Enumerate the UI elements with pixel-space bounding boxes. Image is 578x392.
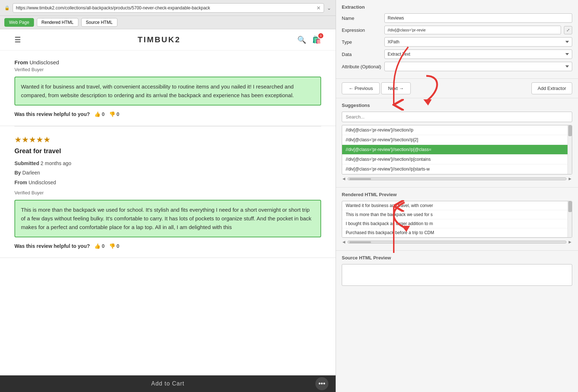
thumbs-up-2[interactable]: 👍 0 bbox=[94, 243, 105, 249]
attribute-label: Attribute (Optional) bbox=[342, 64, 381, 69]
type-select[interactable]: XPath bbox=[384, 37, 572, 47]
scrollbar-thumb bbox=[568, 125, 572, 136]
from-value-2: Undisclosed bbox=[29, 180, 56, 185]
data-select[interactable]: Extract Text bbox=[384, 49, 572, 59]
type-label: Type bbox=[342, 39, 381, 45]
bottom-bar: Add to Cart ••• bbox=[0, 375, 336, 392]
previous-button[interactable]: ← Previous bbox=[342, 82, 380, 94]
source-preview-section: Source HTML Preview bbox=[336, 251, 578, 290]
suggestion-item-3[interactable]: //div[@class='pr-review']//section//p[co… bbox=[342, 155, 572, 164]
helpful-label-2: Was this review helpful to you? bbox=[14, 243, 90, 249]
tab-webpage[interactable]: Web Page bbox=[4, 18, 34, 27]
type-row: Type XPath bbox=[342, 37, 572, 47]
by-value: Darleen bbox=[22, 170, 40, 176]
name-label: Name bbox=[342, 16, 381, 21]
review-title-2: Great for travel bbox=[14, 147, 321, 155]
suggestion-item-0[interactable]: //div[@class='pr-review']//section//p bbox=[342, 125, 572, 135]
suggestions-scrollbar[interactable] bbox=[568, 125, 572, 174]
submitted-time: 2 months ago bbox=[40, 160, 71, 166]
url-bar[interactable]: https://www.timbuk2.com/collections/all-… bbox=[13, 3, 324, 13]
expand-expression-button[interactable]: ⤢ bbox=[564, 26, 572, 34]
site-logo: TIMBUK2 bbox=[138, 35, 181, 44]
preview-row-3: Purchased this backpack before a trip to… bbox=[342, 228, 572, 237]
review-stars-2: ★★★★★ bbox=[14, 135, 321, 145]
submitted-label: Submitted bbox=[14, 160, 39, 166]
data-label: Data bbox=[342, 52, 381, 57]
expression-input[interactable] bbox=[384, 26, 561, 34]
review-card-1: From Undisclosed Verified Buyer Wanted i… bbox=[0, 51, 336, 126]
add-to-cart-button[interactable]: Add to Cart bbox=[151, 380, 185, 387]
review-helpful-1: Was this review helpful to you? 👍 0 👎 0 bbox=[14, 111, 321, 117]
next-button[interactable]: Next → bbox=[381, 82, 410, 94]
browser-tabs: Web Page Rendered HTML Source HTML bbox=[0, 16, 336, 29]
from-label-1: From bbox=[14, 59, 28, 65]
suggestions-section: Suggestions //div[@class='pr-review']//s… bbox=[336, 98, 578, 188]
rendered-preview-box: Wanted it for business and travel, with … bbox=[342, 201, 572, 238]
close-icon[interactable]: ✕ bbox=[316, 5, 321, 11]
menu-icon[interactable]: ☰ bbox=[14, 35, 21, 44]
preview-row-0: Wanted it for business and travel, with … bbox=[342, 201, 572, 210]
preview-row-1: This is more than the backpack we used f… bbox=[342, 210, 572, 219]
thumbs-down-1[interactable]: 👎 0 bbox=[109, 111, 120, 117]
attribute-select[interactable] bbox=[384, 62, 572, 71]
thumbs-down-2[interactable]: 👎 0 bbox=[109, 243, 120, 249]
rendered-preview-title: Rendered HTML Preview bbox=[342, 192, 572, 197]
verified-buyer-2: Verified Buyer bbox=[14, 190, 321, 195]
expression-label: Expression bbox=[342, 27, 381, 33]
more-options-button[interactable]: ••• bbox=[315, 377, 328, 390]
tab-source-html[interactable]: Source HTML bbox=[81, 18, 117, 27]
extraction-section: Extraction Name Expression ⤢ Type XPath … bbox=[336, 0, 578, 79]
from-label-2: From bbox=[14, 180, 27, 185]
review-from-1: From Undisclosed bbox=[14, 59, 321, 65]
cart-badge: 0 bbox=[318, 33, 323, 38]
review-card-2: ★★★★★ Great for travel Submitted 2 month… bbox=[0, 126, 336, 258]
suggestions-list: //div[@class='pr-review']//section//p //… bbox=[342, 125, 572, 175]
review-helpful-2: Was this review helpful to you? 👍 0 👎 0 bbox=[14, 243, 321, 249]
review-text-1: Wanted it for business and travel, with … bbox=[14, 77, 321, 105]
header-icons: 🔍 🛍️ 0 bbox=[297, 35, 321, 44]
nav-buttons: ← Previous Next → Add Extractor bbox=[336, 79, 578, 98]
review-from-2: From Undisclosed bbox=[14, 178, 321, 186]
url-text: https://www.timbuk2.com/collections/all-… bbox=[16, 5, 210, 10]
preview-hscroll-bar[interactable] bbox=[348, 241, 566, 244]
add-extractor-button[interactable]: Add Extractor bbox=[531, 82, 572, 94]
reviews-area: From Undisclosed Verified Buyer Wanted i… bbox=[0, 51, 336, 287]
webpage-content[interactable]: ☰ TIMBUK2 🔍 🛍️ 0 From Undisclosed Verifi… bbox=[0, 29, 336, 392]
horizontal-scroll: ◀ ▶ bbox=[342, 175, 572, 183]
by-label: By bbox=[14, 170, 21, 176]
tab-rendered-html[interactable]: Rendered HTML bbox=[37, 18, 78, 27]
suggestion-item-1[interactable]: //div[@class='pr-review']//section//p[2] bbox=[342, 135, 572, 145]
source-preview-box bbox=[342, 264, 572, 286]
name-input[interactable] bbox=[384, 13, 572, 23]
thumbs-up-1[interactable]: 👍 0 bbox=[94, 111, 105, 117]
cart-icon[interactable]: 🛍️ 0 bbox=[312, 35, 321, 44]
scroll-right-icon[interactable]: ▶ bbox=[568, 176, 572, 181]
preview-scroll-right-icon[interactable]: ▶ bbox=[568, 239, 572, 245]
preview-scroll-left-icon[interactable]: ◀ bbox=[342, 239, 346, 245]
attribute-row: Attribute (Optional) bbox=[342, 62, 572, 71]
preview-hscroll-thumb bbox=[349, 241, 371, 243]
suggestions-title: Suggestions bbox=[342, 103, 572, 108]
chevron-down-icon[interactable]: ⌄ bbox=[327, 5, 331, 11]
data-row: Data Extract Text bbox=[342, 49, 572, 59]
name-row: Name bbox=[342, 13, 572, 23]
preview-hscroll: ◀ ▶ bbox=[342, 238, 572, 246]
extraction-title: Extraction bbox=[342, 4, 572, 10]
hscroll-thumb bbox=[349, 178, 371, 180]
browser-panel: 🔒 https://www.timbuk2.com/collections/al… bbox=[0, 0, 336, 392]
helpful-label-1: Was this review helpful to you? bbox=[14, 111, 90, 117]
suggestion-item-4[interactable]: //div[@class='pr-review']//section//p[st… bbox=[342, 164, 572, 174]
rendered-preview-section: Rendered HTML Preview Wanted it for busi… bbox=[336, 188, 578, 251]
suggestion-item-2[interactable]: //div[@class='pr-review']//section//p[@c… bbox=[342, 145, 572, 155]
source-preview-title: Source HTML Preview bbox=[342, 255, 572, 260]
review-by-2: By Darleen bbox=[14, 169, 321, 177]
preview-row-2: I bought this backpack as larger additio… bbox=[342, 219, 572, 228]
search-icon[interactable]: 🔍 bbox=[297, 35, 306, 44]
preview-scrollbar[interactable] bbox=[568, 201, 572, 237]
scroll-left-icon[interactable]: ◀ bbox=[342, 176, 346, 181]
hscroll-bar[interactable] bbox=[348, 177, 566, 180]
suggestions-search[interactable] bbox=[342, 112, 572, 122]
review-submitted-2: Submitted 2 months ago bbox=[14, 159, 321, 167]
browser-bar: 🔒 https://www.timbuk2.com/collections/al… bbox=[0, 0, 336, 16]
lock-icon: 🔒 bbox=[4, 5, 10, 10]
